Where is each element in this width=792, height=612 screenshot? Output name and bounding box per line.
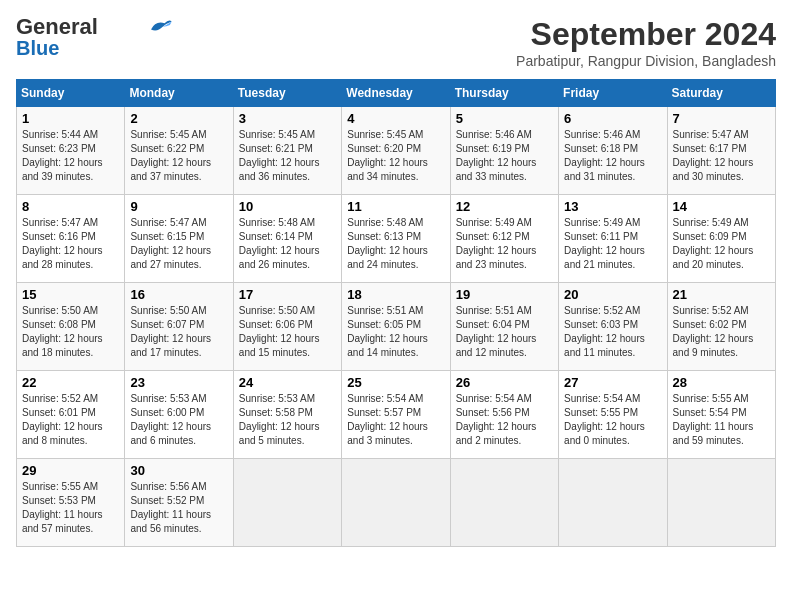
day-info: Sunrise: 5:46 AM Sunset: 6:19 PM Dayligh… [456, 128, 553, 184]
calendar-cell: 8Sunrise: 5:47 AM Sunset: 6:16 PM Daylig… [17, 195, 125, 283]
calendar-cell: 1Sunrise: 5:44 AM Sunset: 6:23 PM Daylig… [17, 107, 125, 195]
calendar-cell: 20Sunrise: 5:52 AM Sunset: 6:03 PM Dayli… [559, 283, 667, 371]
day-number: 26 [456, 375, 553, 390]
logo-blue-text: Blue [16, 38, 59, 58]
day-number: 6 [564, 111, 661, 126]
calendar-cell: 29Sunrise: 5:55 AM Sunset: 5:53 PM Dayli… [17, 459, 125, 547]
calendar-cell: 28Sunrise: 5:55 AM Sunset: 5:54 PM Dayli… [667, 371, 775, 459]
day-info: Sunrise: 5:51 AM Sunset: 6:04 PM Dayligh… [456, 304, 553, 360]
day-info: Sunrise: 5:48 AM Sunset: 6:13 PM Dayligh… [347, 216, 444, 272]
day-info: Sunrise: 5:49 AM Sunset: 6:09 PM Dayligh… [673, 216, 770, 272]
day-number: 13 [564, 199, 661, 214]
calendar-cell: 10Sunrise: 5:48 AM Sunset: 6:14 PM Dayli… [233, 195, 341, 283]
calendar-cell: 15Sunrise: 5:50 AM Sunset: 6:08 PM Dayli… [17, 283, 125, 371]
calendar-table: SundayMondayTuesdayWednesdayThursdayFrid… [16, 79, 776, 547]
day-number: 3 [239, 111, 336, 126]
day-number: 21 [673, 287, 770, 302]
calendar-cell: 22Sunrise: 5:52 AM Sunset: 6:01 PM Dayli… [17, 371, 125, 459]
day-info: Sunrise: 5:47 AM Sunset: 6:17 PM Dayligh… [673, 128, 770, 184]
day-info: Sunrise: 5:47 AM Sunset: 6:16 PM Dayligh… [22, 216, 119, 272]
day-info: Sunrise: 5:46 AM Sunset: 6:18 PM Dayligh… [564, 128, 661, 184]
day-number: 27 [564, 375, 661, 390]
day-number: 22 [22, 375, 119, 390]
calendar-cell: 26Sunrise: 5:54 AM Sunset: 5:56 PM Dayli… [450, 371, 558, 459]
day-number: 5 [456, 111, 553, 126]
header-thursday: Thursday [450, 80, 558, 107]
calendar-cell: 23Sunrise: 5:53 AM Sunset: 6:00 PM Dayli… [125, 371, 233, 459]
day-info: Sunrise: 5:48 AM Sunset: 6:14 PM Dayligh… [239, 216, 336, 272]
day-info: Sunrise: 5:45 AM Sunset: 6:22 PM Dayligh… [130, 128, 227, 184]
day-info: Sunrise: 5:44 AM Sunset: 6:23 PM Dayligh… [22, 128, 119, 184]
calendar-cell: 11Sunrise: 5:48 AM Sunset: 6:13 PM Dayli… [342, 195, 450, 283]
day-number: 20 [564, 287, 661, 302]
calendar-week-5: 29Sunrise: 5:55 AM Sunset: 5:53 PM Dayli… [17, 459, 776, 547]
day-info: Sunrise: 5:53 AM Sunset: 6:00 PM Dayligh… [130, 392, 227, 448]
calendar-week-4: 22Sunrise: 5:52 AM Sunset: 6:01 PM Dayli… [17, 371, 776, 459]
calendar-cell: 6Sunrise: 5:46 AM Sunset: 6:18 PM Daylig… [559, 107, 667, 195]
day-number: 8 [22, 199, 119, 214]
day-info: Sunrise: 5:45 AM Sunset: 6:21 PM Dayligh… [239, 128, 336, 184]
day-info: Sunrise: 5:47 AM Sunset: 6:15 PM Dayligh… [130, 216, 227, 272]
month-title: September 2024 [516, 16, 776, 53]
day-info: Sunrise: 5:50 AM Sunset: 6:06 PM Dayligh… [239, 304, 336, 360]
day-info: Sunrise: 5:50 AM Sunset: 6:07 PM Dayligh… [130, 304, 227, 360]
page-header: General Blue September 2024 Parbatipur, … [16, 16, 776, 69]
day-number: 30 [130, 463, 227, 478]
day-number: 29 [22, 463, 119, 478]
calendar-cell: 7Sunrise: 5:47 AM Sunset: 6:17 PM Daylig… [667, 107, 775, 195]
calendar-cell: 5Sunrise: 5:46 AM Sunset: 6:19 PM Daylig… [450, 107, 558, 195]
calendar-cell: 2Sunrise: 5:45 AM Sunset: 6:22 PM Daylig… [125, 107, 233, 195]
calendar-cell: 17Sunrise: 5:50 AM Sunset: 6:06 PM Dayli… [233, 283, 341, 371]
day-info: Sunrise: 5:52 AM Sunset: 6:01 PM Dayligh… [22, 392, 119, 448]
calendar-cell: 21Sunrise: 5:52 AM Sunset: 6:02 PM Dayli… [667, 283, 775, 371]
day-number: 17 [239, 287, 336, 302]
header-wednesday: Wednesday [342, 80, 450, 107]
logo-text: General [16, 16, 98, 38]
header-tuesday: Tuesday [233, 80, 341, 107]
day-number: 28 [673, 375, 770, 390]
day-number: 16 [130, 287, 227, 302]
day-number: 18 [347, 287, 444, 302]
day-number: 11 [347, 199, 444, 214]
header-saturday: Saturday [667, 80, 775, 107]
day-info: Sunrise: 5:50 AM Sunset: 6:08 PM Dayligh… [22, 304, 119, 360]
day-number: 25 [347, 375, 444, 390]
calendar-cell: 19Sunrise: 5:51 AM Sunset: 6:04 PM Dayli… [450, 283, 558, 371]
calendar-cell: 9Sunrise: 5:47 AM Sunset: 6:15 PM Daylig… [125, 195, 233, 283]
day-info: Sunrise: 5:54 AM Sunset: 5:57 PM Dayligh… [347, 392, 444, 448]
calendar-cell: 12Sunrise: 5:49 AM Sunset: 6:12 PM Dayli… [450, 195, 558, 283]
day-info: Sunrise: 5:54 AM Sunset: 5:56 PM Dayligh… [456, 392, 553, 448]
calendar-cell: 13Sunrise: 5:49 AM Sunset: 6:11 PM Dayli… [559, 195, 667, 283]
day-number: 24 [239, 375, 336, 390]
day-number: 10 [239, 199, 336, 214]
day-number: 9 [130, 199, 227, 214]
calendar-week-2: 8Sunrise: 5:47 AM Sunset: 6:16 PM Daylig… [17, 195, 776, 283]
calendar-cell: 30Sunrise: 5:56 AM Sunset: 5:52 PM Dayli… [125, 459, 233, 547]
calendar-cell: 25Sunrise: 5:54 AM Sunset: 5:57 PM Dayli… [342, 371, 450, 459]
header-friday: Friday [559, 80, 667, 107]
header-monday: Monday [125, 80, 233, 107]
calendar-cell: 18Sunrise: 5:51 AM Sunset: 6:05 PM Dayli… [342, 283, 450, 371]
calendar-cell [559, 459, 667, 547]
day-info: Sunrise: 5:53 AM Sunset: 5:58 PM Dayligh… [239, 392, 336, 448]
calendar-cell: 3Sunrise: 5:45 AM Sunset: 6:21 PM Daylig… [233, 107, 341, 195]
calendar-cell [667, 459, 775, 547]
calendar-cell: 16Sunrise: 5:50 AM Sunset: 6:07 PM Dayli… [125, 283, 233, 371]
day-number: 19 [456, 287, 553, 302]
day-number: 7 [673, 111, 770, 126]
day-info: Sunrise: 5:54 AM Sunset: 5:55 PM Dayligh… [564, 392, 661, 448]
day-info: Sunrise: 5:45 AM Sunset: 6:20 PM Dayligh… [347, 128, 444, 184]
calendar-cell [233, 459, 341, 547]
calendar-cell [342, 459, 450, 547]
day-info: Sunrise: 5:56 AM Sunset: 5:52 PM Dayligh… [130, 480, 227, 536]
logo: General Blue [16, 16, 174, 58]
title-area: September 2024 Parbatipur, Rangpur Divis… [516, 16, 776, 69]
day-number: 1 [22, 111, 119, 126]
day-number: 12 [456, 199, 553, 214]
calendar-cell: 24Sunrise: 5:53 AM Sunset: 5:58 PM Dayli… [233, 371, 341, 459]
calendar-header-row: SundayMondayTuesdayWednesdayThursdayFrid… [17, 80, 776, 107]
calendar-week-1: 1Sunrise: 5:44 AM Sunset: 6:23 PM Daylig… [17, 107, 776, 195]
day-info: Sunrise: 5:52 AM Sunset: 6:03 PM Dayligh… [564, 304, 661, 360]
day-number: 14 [673, 199, 770, 214]
calendar-cell [450, 459, 558, 547]
